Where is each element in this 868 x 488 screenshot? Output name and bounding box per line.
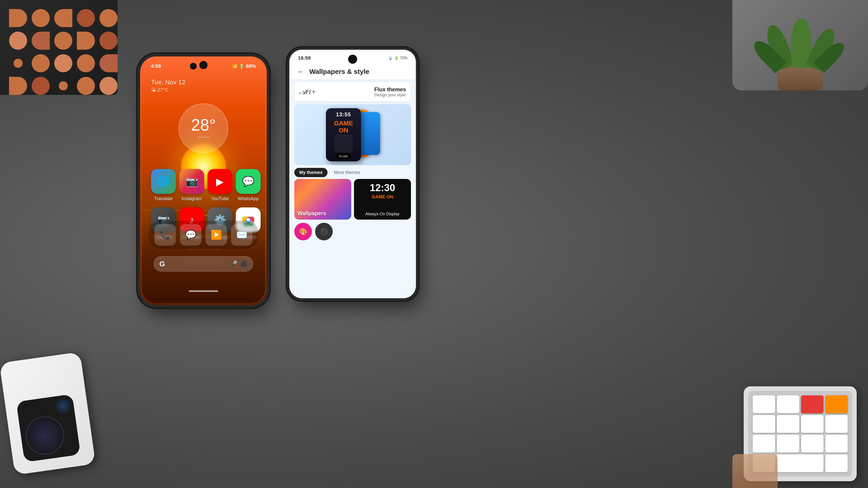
app-translate[interactable]: 🌐 Translate (151, 169, 176, 201)
phone2-page-title: Wallpapers & style (309, 68, 369, 75)
phone2-header: ← Wallpapers & style (291, 64, 414, 79)
theme-card-blue (358, 112, 380, 155)
phone1-weather-widget: Tue, Nov 12 🌤 27°C (151, 78, 185, 93)
phone2-bottom-icons: 🎨 ⚫ (291, 220, 414, 240)
phone1-temperature: 28° (191, 116, 216, 134)
phone1-camera-notch (190, 63, 197, 70)
translate-label: Translate (154, 196, 173, 201)
phone2-device: 16:59 📡 🔋 72% ← Wallpapers & style 𝒜ri+ … (289, 50, 416, 298)
youtube-label: YouTube (211, 196, 229, 201)
app-whatsapp[interactable]: 💬 WhatsApp (236, 169, 260, 201)
theme-card-main[interactable]: 13:55 GAMEON In use (326, 108, 361, 161)
tab-more-themes[interactable]: More themes (329, 168, 365, 177)
in-use-badge: In use (336, 153, 351, 159)
phone2-battery-icon: 🔋 (394, 56, 399, 60)
phone1-search-bar[interactable]: G 🎤 ⬛ (154, 256, 253, 271)
weather-icon: 🌤 (151, 87, 156, 93)
dock-play[interactable]: ▶️ (206, 224, 227, 246)
flux-themes-banner[interactable]: 𝒜ri+ Flux themes Design your style (294, 82, 411, 101)
app-instagram[interactable]: 📷 Instagram (179, 169, 204, 201)
phone1-battery: 68% (246, 63, 256, 69)
instagram-label: Instagram (182, 196, 202, 201)
whatsapp-label: WhatsApp (238, 196, 258, 201)
dock-phone[interactable]: 📞 (154, 224, 176, 246)
hand-decoration (733, 454, 778, 488)
theme-card-game-text: GAMEON (334, 120, 353, 134)
dark-icon-button[interactable]: ⚫ (315, 223, 333, 240)
pink-icon-button[interactable]: 🎨 (294, 223, 312, 240)
phone1-date: Tue, Nov 12 (151, 78, 185, 86)
phone1-status-icons: 📶 🔋 68% (232, 63, 256, 69)
phone1-weather-temp: 🌤 27°C (151, 87, 185, 93)
weather-waves-icon: 〰〰 (197, 134, 209, 141)
phone1-dock: 📞 💬 ▶️ ✉️ (149, 221, 258, 249)
phone1-home-indicator (189, 290, 218, 292)
theme-card-time: 13:55 (336, 111, 351, 118)
aod-game-text: GAME ON (372, 194, 393, 199)
phone1-app-row1: 🌐 Translate 📷 Instagram ▶ YouTube 💬 What… (142, 169, 265, 201)
aod-label: Always-On Display (365, 212, 399, 217)
translate-icon: 🌐 (151, 169, 176, 194)
phone2-tabs: My themes More themes (294, 168, 411, 177)
phone1-temp-circle: 28° 〰〰 (179, 103, 228, 153)
phone2-front-camera (348, 55, 357, 64)
plant-decoration (710, 0, 868, 113)
phone1-front-camera (199, 61, 208, 69)
phone1-time: 4:59 (151, 63, 161, 69)
flux-title: Flux themes (374, 86, 406, 93)
decorative-box-left (0, 0, 118, 95)
dock-gmail[interactable]: ✉️ (231, 224, 252, 246)
phone2-status-icons: 📡 🔋 72% (388, 56, 407, 60)
tab-my-themes[interactable]: My themes (294, 168, 328, 177)
wallpapers-card[interactable]: Wallpapers (294, 179, 351, 220)
phone2-time: 16:59 (298, 55, 311, 61)
aod-card[interactable]: 12:30 GAME ON Always-On Display (354, 179, 411, 220)
phone1-device: 4:59 📶 🔋 68% Tue, Nov 12 🌤 27°C 28° 〰〰 (140, 57, 267, 305)
wallpapers-label: Wallpapers (298, 210, 326, 217)
white-phone-device (0, 352, 96, 475)
instagram-icon: 📷 (179, 169, 204, 194)
google-g-icon: G (159, 260, 165, 268)
theme-preview-area: 13:55 GAMEON In use (294, 104, 411, 165)
phone2-wifi-icon: 📡 (388, 56, 393, 60)
youtube-icon: ▶ (208, 169, 232, 194)
microphone-icon[interactable]: 🎤 (230, 260, 238, 268)
flux-logo: 𝒜ri+ (299, 88, 316, 96)
back-arrow-button[interactable]: ← (298, 68, 304, 75)
lens-icon[interactable]: ⬛ (240, 260, 248, 267)
flux-subtitle: Design your style (374, 93, 406, 97)
flux-text: Flux themes Design your style (374, 86, 406, 97)
app-youtube[interactable]: ▶ YouTube (208, 169, 232, 201)
phone2-cards-grid: Wallpapers 12:30 GAME ON Always-On Displ… (291, 179, 414, 220)
aod-time: 12:30 (370, 182, 395, 193)
phone2-battery-pct: 72% (400, 56, 407, 60)
dock-messages[interactable]: 💬 (180, 224, 202, 246)
whatsapp-icon: 💬 (236, 169, 260, 194)
